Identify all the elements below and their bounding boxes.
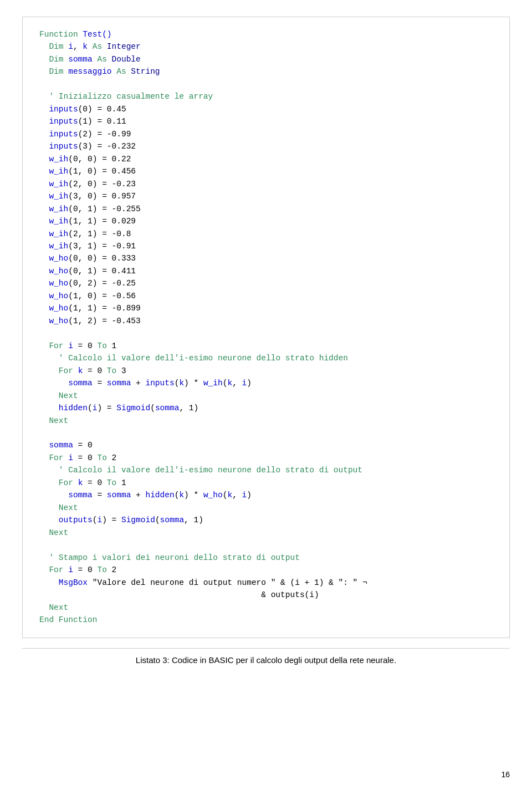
page-container: Function Test() Dim i, k As Integer Dim … [0, 0, 532, 790]
caption-text: Listato 3: Codice in BASIC per il calcol… [136, 655, 396, 665]
page-number: 16 [501, 770, 510, 779]
code-block: Function Test() Dim i, k As Integer Dim … [22, 17, 510, 638]
caption: Listato 3: Codice in BASIC per il calcol… [22, 648, 510, 665]
